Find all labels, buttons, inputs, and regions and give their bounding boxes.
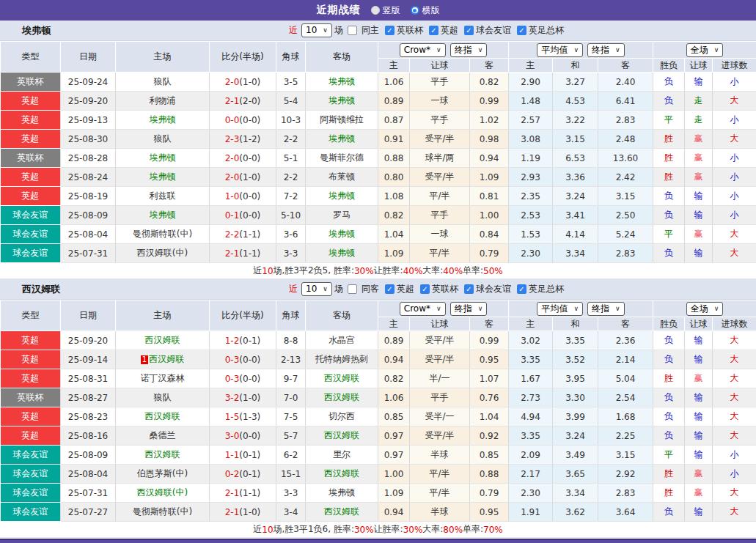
away-team[interactable]: 西汉姆联 xyxy=(306,465,378,484)
col-corner: 角球 xyxy=(276,300,306,331)
away-team[interactable]: 阿斯顿维拉 xyxy=(306,111,378,130)
away-team[interactable]: 切尔西 xyxy=(306,407,378,426)
result-outcome: 负 xyxy=(653,350,685,369)
same-home-checkbox[interactable] xyxy=(348,26,357,35)
home-team[interactable]: 西汉姆联 xyxy=(116,331,210,350)
away-team[interactable]: 西汉姆联 xyxy=(306,426,378,446)
home-team[interactable]: 曼彻斯特联(中) xyxy=(116,225,210,244)
league-checkbox-checked-icon[interactable]: ✓ xyxy=(517,284,526,294)
odds-home: 0.94 xyxy=(378,350,410,369)
chevron-down-icon: ∨ xyxy=(573,303,579,314)
home-team[interactable]: 利物浦 xyxy=(116,92,210,111)
home-team[interactable]: 埃弗顿 xyxy=(116,111,210,130)
avg-home: 1.19 xyxy=(509,149,553,168)
average-final-select[interactable]: 终指∨ xyxy=(587,43,625,57)
home-team[interactable]: 西汉姆联 xyxy=(116,407,210,426)
odds-final-select[interactable]: 终指∨ xyxy=(450,302,488,316)
match-count-select[interactable]: 10∨ xyxy=(301,23,332,37)
result-outcome: 负 xyxy=(653,426,685,446)
result-goals: 大 xyxy=(713,225,756,244)
away-team[interactable]: 西汉姆联 xyxy=(306,388,378,407)
odds-company-select[interactable]: Crow*∨ xyxy=(400,302,446,316)
home-team[interactable]: 狼队 xyxy=(116,130,210,149)
away-team[interactable]: 里尔 xyxy=(306,446,378,465)
summary-segment: 大率: xyxy=(422,265,443,277)
near-label: 近 xyxy=(289,24,298,37)
home-team[interactable]: 狼队 xyxy=(116,388,210,407)
corners: 9-7 xyxy=(276,369,306,388)
match-count-select[interactable]: 10∨ xyxy=(301,282,332,296)
result-goals: 大 xyxy=(713,331,756,350)
horizontal-layout-radio[interactable]: 横版 xyxy=(411,4,440,17)
away-team[interactable]: 埃弗顿 xyxy=(306,484,378,503)
col-away: 客场 xyxy=(306,300,378,331)
home-team[interactable]: 埃弗顿 xyxy=(116,149,210,168)
average-select[interactable]: 平均值∨ xyxy=(537,302,583,316)
corners: 3-5 xyxy=(276,73,306,92)
away-team[interactable]: 埃弗顿 xyxy=(306,244,378,263)
away-team[interactable]: 西汉姆联 xyxy=(306,369,378,388)
odds-away: 0.94 xyxy=(470,149,509,168)
same-away-checkbox[interactable] xyxy=(348,284,357,294)
odds-handicap: 平手 xyxy=(410,73,470,92)
home-team[interactable]: 埃弗顿 xyxy=(116,206,210,225)
league-checkbox-checked-icon[interactable]: ✓ xyxy=(420,284,430,294)
average-final-select[interactable]: 终指∨ xyxy=(587,302,625,316)
away-team[interactable]: 埃弗顿 xyxy=(306,73,378,92)
league-checkbox-checked-icon[interactable]: ✓ xyxy=(517,26,526,35)
odds-company-select[interactable]: Crow*∨ xyxy=(400,43,446,57)
match-row: 球会友谊25-07-27曼彻斯特联(中)2-1(1-0)3-4西汉姆联0.94半… xyxy=(1,503,756,522)
home-team[interactable]: 伯恩茅斯(中) xyxy=(116,465,210,484)
away-team[interactable]: 埃弗顿 xyxy=(306,225,378,244)
home-team[interactable]: 曼彻斯特联(中) xyxy=(116,503,210,522)
league-checkbox-checked-icon[interactable]: ✓ xyxy=(464,26,474,35)
radio-unchecked-icon[interactable] xyxy=(371,6,380,15)
home-team[interactable]: 狼队 xyxy=(116,73,210,92)
away-team[interactable]: 埃弗顿 xyxy=(306,187,378,206)
result-goals: 大 xyxy=(713,407,756,426)
league-badge: 英超 xyxy=(1,130,61,149)
average-select[interactable]: 平均值∨ xyxy=(537,43,583,57)
match-date: 25-08-23 xyxy=(61,407,116,426)
fulltime-select[interactable]: 全场∨ xyxy=(686,302,724,316)
summary-segment: 单率: xyxy=(463,523,483,536)
away-team[interactable]: 埃弗顿 xyxy=(306,130,378,149)
chevron-down-icon: ∨ xyxy=(323,25,328,36)
vertical-layout-radio[interactable]: 竖版 xyxy=(371,4,400,17)
home-team[interactable]: 诺丁汉森林 xyxy=(116,369,210,388)
away-team[interactable]: 托特纳姆热刺 xyxy=(306,350,378,369)
away-team[interactable]: 曼斯菲尔德 xyxy=(306,149,378,168)
odds-final-select[interactable]: 终指∨ xyxy=(450,43,488,57)
match-count-value: 10 xyxy=(306,25,317,36)
odds-home: 1.09 xyxy=(378,244,410,263)
away-team[interactable]: 埃弗顿 xyxy=(306,92,378,111)
away-team[interactable]: 西汉姆联 xyxy=(306,503,378,522)
result-outcome: 胜 xyxy=(653,168,685,187)
league-checkbox-checked-icon[interactable]: ✓ xyxy=(385,26,394,35)
home-team[interactable]: 西汉姆联 xyxy=(116,446,210,465)
odds-home: 1.00 xyxy=(378,465,410,484)
home-team[interactable]: 西汉姆联(中) xyxy=(116,484,210,503)
odds-away: 0.98 xyxy=(470,130,509,149)
result-handicap: 赢 xyxy=(685,484,713,503)
odds-handicap: 平手 xyxy=(410,111,470,130)
avg-away: 2.50 xyxy=(598,206,653,225)
home-team[interactable]: 1西汉姆联 xyxy=(116,350,210,369)
subcol-handicap-result: 让球 xyxy=(685,59,713,73)
fulltime-select[interactable]: 全场∨ xyxy=(686,43,724,57)
avg-away: 2.42 xyxy=(598,168,653,187)
home-team[interactable]: 西汉姆联(中) xyxy=(116,244,210,263)
home-team[interactable]: 桑德兰 xyxy=(116,426,210,446)
avg-away: 2.54 xyxy=(598,388,653,407)
away-team[interactable]: 布莱顿 xyxy=(306,168,378,187)
league-checkbox-checked-icon[interactable]: ✓ xyxy=(429,26,438,35)
home-team[interactable]: 利兹联 xyxy=(116,187,210,206)
league-checkbox-checked-icon[interactable]: ✓ xyxy=(385,284,394,294)
radio-checked-icon[interactable] xyxy=(411,6,419,15)
odds-away: 1.07 xyxy=(470,369,509,388)
away-team[interactable]: 罗马 xyxy=(306,206,378,225)
league-checkbox-checked-icon[interactable]: ✓ xyxy=(464,284,474,294)
away-team[interactable]: 水晶宫 xyxy=(306,331,378,350)
home-team[interactable]: 埃弗顿 xyxy=(116,168,210,187)
odds-home: 1.06 xyxy=(378,388,410,407)
